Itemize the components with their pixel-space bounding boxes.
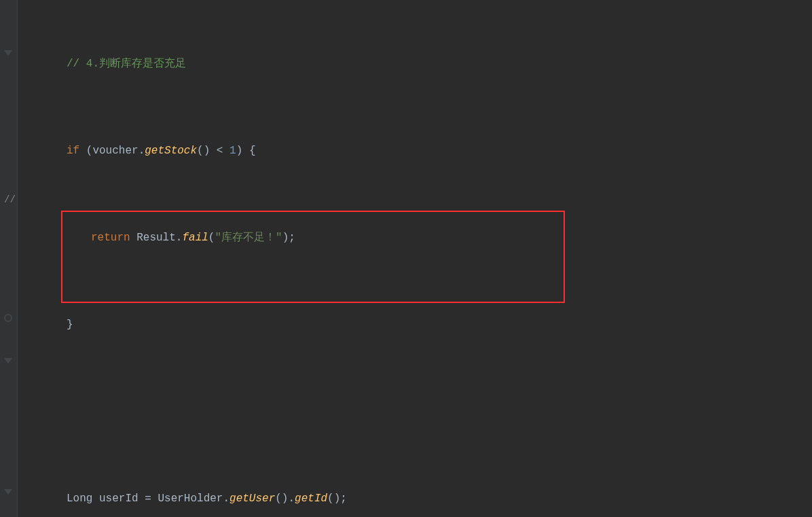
editor-gutter: // [0,0,18,517]
method-override-icon [3,313,14,323]
code-line[interactable]: return Result.fail("库存不足！"); [18,227,812,249]
code-line[interactable]: if (voucher.getStock() < 1) { [18,140,812,162]
method-exit-icon [3,49,14,60]
svg-point-0 [5,315,12,321]
code-line[interactable]: Long userId = UserHolder.getUser().getId… [18,488,812,510]
gutter-comment-marker: // [4,189,16,211]
method-exit-icon [3,357,14,368]
code-editor[interactable]: // 4.判断库存是否充足 if (voucher.getStock() < 1… [18,0,812,517]
code-line-blank[interactable] [18,401,812,423]
code-line[interactable]: } [18,314,812,336]
method-exit-icon [3,488,14,499]
code-line[interactable]: // 4.判断库存是否充足 [18,53,812,75]
